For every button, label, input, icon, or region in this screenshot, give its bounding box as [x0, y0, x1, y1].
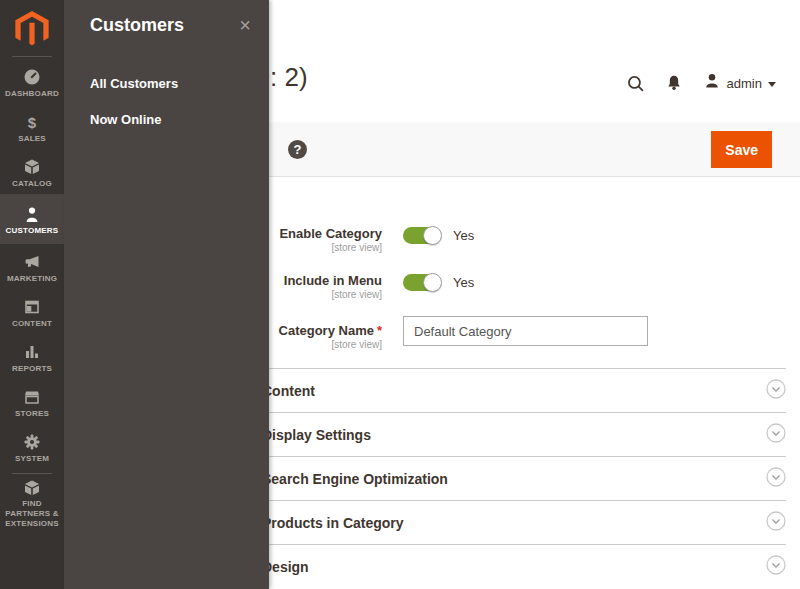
stores-icon — [23, 388, 41, 407]
content-icon — [23, 298, 41, 317]
chevron-circle-icon — [766, 511, 786, 535]
toggle-knob — [423, 273, 442, 292]
sales-icon: $ — [28, 113, 36, 132]
toggle-value-label: Yes — [453, 275, 474, 290]
field-control: Yes — [403, 226, 474, 253]
toggle-value-label: Yes — [453, 228, 474, 243]
sidebar-item-dashboard[interactable]: DASHBOARD — [0, 59, 64, 104]
accordion-sections: Content Display Settings Search Engine O… — [262, 368, 786, 588]
submenu-item-now-online[interactable]: Now Online — [64, 112, 269, 127]
catalog-icon — [23, 158, 41, 177]
customers-icon — [23, 205, 41, 224]
close-icon[interactable]: × — [239, 15, 251, 35]
include-in-menu-field: Include in Menu [store view] Yes — [262, 273, 786, 300]
sidebar-item-reports[interactable]: REPORTS — [0, 334, 64, 379]
save-button[interactable]: Save — [711, 131, 772, 168]
scope-label: [store view] — [262, 242, 382, 253]
field-control: Yes — [403, 273, 474, 300]
reports-icon — [23, 343, 41, 362]
field-label: Enable Category [store view] — [262, 226, 382, 253]
username-label: admin — [727, 76, 762, 91]
notifications-bell-icon[interactable] — [665, 74, 683, 92]
flyout-header: Customers × — [64, 0, 269, 36]
category-name-label: Category Name* — [262, 323, 382, 338]
section-products-in-category[interactable]: Products in Category — [262, 500, 786, 544]
field-label: Include in Menu [store view] — [262, 273, 382, 300]
section-design[interactable]: Design — [262, 544, 786, 588]
help-icon[interactable]: ? — [288, 140, 307, 159]
enable-category-label: Enable Category — [262, 226, 382, 241]
field-label: Category Name* [store view] — [262, 316, 382, 350]
toggle-knob — [423, 226, 442, 245]
sidebar-item-marketing[interactable]: MARKETING — [0, 244, 64, 289]
chevron-circle-icon — [766, 379, 786, 403]
dashboard-icon — [23, 68, 41, 87]
submenu-item-all-customers[interactable]: All Customers — [64, 76, 269, 91]
chevron-down-icon — [768, 82, 776, 87]
sidebar-item-customers[interactable]: CUSTOMERS — [0, 194, 64, 244]
user-avatar-icon — [703, 72, 721, 94]
scope-label: [store view] — [262, 289, 382, 300]
header-actions: admin — [626, 72, 776, 94]
sidebar-item-stores[interactable]: STORES — [0, 379, 64, 424]
sidebar-item-content[interactable]: CONTENT — [0, 289, 64, 334]
flyout-title: Customers — [90, 15, 184, 36]
flyout-menu-list: All Customers Now Online — [64, 76, 269, 127]
section-search-engine-optimization[interactable]: Search Engine Optimization — [262, 456, 786, 500]
magento-logo[interactable] — [0, 0, 64, 52]
scope-label: [store view] — [262, 339, 382, 350]
admin-user-menu[interactable]: admin — [703, 72, 776, 94]
find-partners-icon — [23, 479, 41, 497]
admin-sidebar: DASHBOARD $ SALES CATALOG C — [0, 0, 64, 589]
field-control — [403, 316, 648, 350]
include-in-menu-toggle[interactable] — [403, 274, 440, 291]
chevron-circle-icon — [766, 423, 786, 447]
section-display-settings[interactable]: Display Settings — [262, 412, 786, 456]
sidebar-divider — [12, 473, 52, 474]
category-name-input[interactable] — [403, 316, 648, 346]
sidebar-divider — [12, 56, 52, 57]
sidebar-item-sales[interactable]: $ SALES — [0, 104, 64, 149]
enable-category-toggle[interactable] — [403, 227, 440, 244]
sidebar-item-catalog[interactable]: CATALOG — [0, 149, 64, 194]
marketing-icon — [23, 253, 41, 272]
enable-category-field: Enable Category [store view] Yes — [262, 226, 786, 253]
sidebar-item-system[interactable]: SYSTEM — [0, 424, 64, 469]
system-icon — [23, 433, 41, 452]
chevron-circle-icon — [766, 467, 786, 491]
include-in-menu-label: Include in Menu — [262, 273, 382, 288]
chevron-circle-icon — [766, 555, 786, 579]
sidebar-item-find-partners[interactable]: FIND PARTNERS & EXTENSIONS — [0, 476, 64, 528]
sidebar-menu: DASHBOARD $ SALES CATALOG C — [0, 59, 64, 528]
category-name-field: Category Name* [store view] — [262, 316, 786, 350]
search-icon[interactable] — [626, 74, 645, 93]
required-asterisk: * — [377, 323, 382, 338]
customers-submenu-flyout: Customers × All Customers Now Online — [64, 0, 269, 589]
section-content[interactable]: Content — [262, 368, 786, 412]
